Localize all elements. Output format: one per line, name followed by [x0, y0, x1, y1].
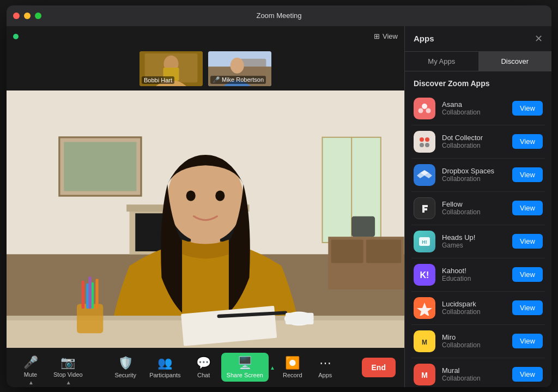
- kahoot-category: Education: [442, 275, 506, 282]
- apps-button[interactable]: ⋯ Apps: [310, 353, 341, 382]
- thumbnail-mike[interactable]: 🎤 Mike Robertson: [207, 50, 272, 87]
- close-button[interactable]: [13, 13, 20, 19]
- fellow-view-button[interactable]: View: [512, 201, 543, 215]
- record-icon: ⏺️: [285, 356, 300, 370]
- participants-button[interactable]: 👥 Participants: [144, 353, 186, 382]
- share-screen-button[interactable]: 🖥️ Share Screen: [221, 353, 269, 382]
- stop-video-button[interactable]: 📷 Stop Video ▲: [48, 352, 88, 382]
- security-button[interactable]: 🛡️ Security: [109, 353, 142, 382]
- svg-point-42: [425, 137, 429, 142]
- app-item-dropbox: Dropbox Spaces Collaboration View: [411, 159, 545, 192]
- mural-view-button[interactable]: View: [512, 367, 543, 382]
- miro-info: Miro Collaboration: [442, 333, 506, 349]
- participant-name-1: Bobbi Hart: [144, 77, 172, 83]
- toolbar-center: 🛡️ Security 👥 Participants 💬 Chat 🖥️: [109, 353, 340, 382]
- lucidspark-view-button[interactable]: View: [512, 300, 543, 315]
- apps-tabs: My Apps Discover: [405, 52, 551, 71]
- thumbnail-label-1: Bobbi Hart: [142, 76, 174, 84]
- chat-button[interactable]: 💬 Chat: [189, 353, 219, 382]
- apps-panel-title: Apps: [414, 34, 434, 43]
- svg-rect-15: [64, 142, 136, 191]
- tab-my-apps[interactable]: My Apps: [405, 52, 478, 71]
- mural-icon: M: [414, 364, 435, 385]
- mural-info: Mural Collaboration: [442, 366, 506, 382]
- dropbox-name: Dropbox Spaces: [442, 167, 506, 175]
- security-icon: 🛡️: [118, 356, 133, 370]
- toolbar-left: 🎤 Mute ▲ 📷 Stop Video ▲: [15, 352, 88, 382]
- svg-point-39: [418, 108, 423, 113]
- app-item-kahoot: K! Kahoot! Education View: [411, 258, 545, 292]
- svg-rect-31: [286, 312, 313, 324]
- dropbox-icon: [414, 164, 435, 186]
- record-button[interactable]: ⏺️ Record: [277, 353, 308, 382]
- participants-icon: 👥: [157, 356, 172, 370]
- fullscreen-button[interactable]: [35, 13, 41, 19]
- svg-rect-36: [95, 279, 98, 309]
- dot-collector-view-button[interactable]: View: [512, 134, 543, 149]
- traffic-lights: [13, 13, 41, 19]
- share-screen-group: 🖥️ Share Screen ▲: [221, 353, 275, 382]
- minimize-button[interactable]: [24, 13, 31, 19]
- svg-marker-51: [417, 303, 432, 316]
- headsup-category: Games: [442, 242, 506, 249]
- apps-close-button[interactable]: ✕: [535, 33, 543, 45]
- mute-arrow-icon: ▲: [28, 379, 34, 385]
- app-item-fellow: Fellow Collaboration View: [411, 192, 545, 225]
- dot-collector-category: Collaboration: [442, 142, 506, 149]
- dropbox-info: Dropbox Spaces Collaboration: [442, 167, 506, 183]
- svg-rect-37: [88, 276, 91, 309]
- view-button[interactable]: ⊞ View: [374, 32, 398, 40]
- svg-point-41: [420, 137, 424, 142]
- kahoot-view-button[interactable]: View: [512, 267, 543, 282]
- miro-category: Collaboration: [442, 341, 506, 349]
- main-video-bg: [7, 91, 404, 348]
- share-screen-icon: 🖥️: [238, 356, 252, 370]
- toolbar: 🎤 Mute ▲ 📷 Stop Video ▲: [7, 348, 404, 387]
- apps-label: Apps: [318, 372, 332, 378]
- mute-icon-2: 🎤: [213, 76, 220, 83]
- app-item-asana: Asana Collaboration View: [411, 92, 545, 125]
- mural-name: Mural: [442, 366, 506, 375]
- lucidspark-icon: [414, 297, 435, 319]
- app-item-dot-collector: Dot Collector Collaboration View: [411, 125, 545, 159]
- end-button[interactable]: End: [362, 358, 396, 377]
- svg-text:M: M: [421, 371, 428, 379]
- headsup-name: Heads Up!: [442, 233, 506, 242]
- apps-section-title: Discover Zoom Apps: [405, 71, 551, 92]
- dropbox-view-button[interactable]: View: [512, 167, 543, 182]
- dropbox-category: Collaboration: [442, 175, 506, 183]
- asana-icon: [414, 98, 435, 119]
- asana-category: Collaboration: [442, 108, 506, 116]
- svg-point-24: [186, 190, 196, 201]
- tab-discover[interactable]: Discover: [478, 52, 552, 71]
- meeting-header: ⊞ View: [7, 26, 404, 47]
- svg-rect-19: [331, 239, 363, 263]
- fellow-info: Fellow Collaboration: [442, 200, 506, 216]
- app-item-headsup: H! Heads Up! Games View: [411, 225, 545, 258]
- lucidspark-category: Collaboration: [442, 308, 506, 316]
- kahoot-icon: K!: [414, 264, 435, 286]
- asana-name: Asana: [442, 100, 506, 108]
- stop-video-label: Stop Video: [53, 371, 83, 378]
- fellow-category: Collaboration: [442, 208, 506, 216]
- thumbnail-bobbi[interactable]: Bobbi Hart: [138, 50, 204, 87]
- titlebar: Zoom Meeting: [7, 5, 551, 26]
- headsup-view-button[interactable]: View: [512, 234, 543, 249]
- svg-rect-33: [82, 280, 84, 308]
- svg-rect-20: [366, 239, 401, 263]
- lucidspark-name: Lucidspark: [442, 300, 506, 308]
- app-item-miro: M Miro Collaboration View: [411, 325, 545, 358]
- mute-button[interactable]: 🎤 Mute ▲: [15, 352, 46, 382]
- main-area: ⊞ View: [7, 26, 551, 387]
- fellow-name: Fellow: [442, 200, 506, 208]
- app-item-lucidspark: Lucidspark Collaboration View: [411, 292, 545, 325]
- window-title: Zoom Meeting: [256, 11, 301, 20]
- asana-view-button[interactable]: View: [512, 101, 543, 116]
- grid-icon: ⊞: [374, 32, 380, 40]
- dot-collector-name: Dot Collector: [442, 134, 506, 142]
- view-label: View: [383, 32, 398, 40]
- fellow-icon: [414, 197, 435, 219]
- miro-view-button[interactable]: View: [512, 334, 543, 348]
- apps-panel: Apps ✕ My Apps Discover Discover Zoom Ap…: [404, 26, 551, 387]
- thumbnail-label-2: 🎤 Mike Robertson: [210, 76, 266, 84]
